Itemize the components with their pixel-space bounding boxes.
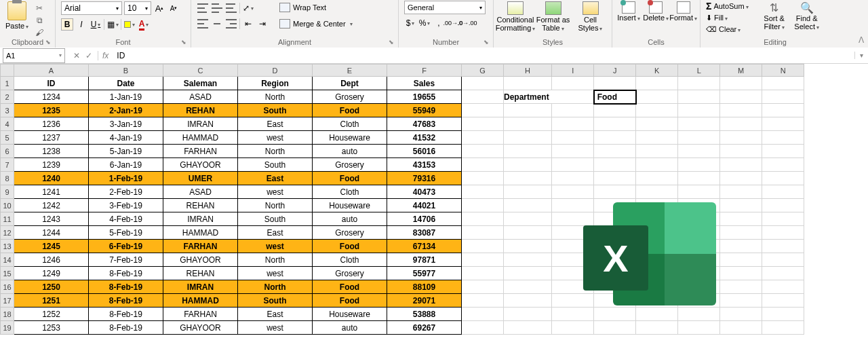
cell-H1[interactable]	[504, 77, 552, 90]
align-left-button[interactable]	[197, 18, 209, 30]
cell-F14[interactable]: 97871	[387, 253, 462, 267]
cell-H12[interactable]	[504, 226, 552, 240]
cell-G10[interactable]	[462, 199, 504, 212]
cell-J5[interactable]	[594, 131, 636, 145]
row-header-7[interactable]: 7	[1, 158, 14, 172]
cell-A17[interactable]: 1251	[14, 294, 89, 308]
column-header-K[interactable]: K	[636, 64, 678, 77]
row-header-13[interactable]: 13	[1, 240, 14, 253]
cell-H13[interactable]	[504, 240, 552, 253]
cell-A3[interactable]: 1235	[14, 104, 89, 117]
cell-F3[interactable]: 55949	[387, 104, 462, 117]
cell-N8[interactable]	[762, 172, 804, 185]
fill-button[interactable]: ⬇Fill	[706, 12, 749, 23]
row-header-14[interactable]: 14	[1, 253, 14, 267]
cell-K3[interactable]	[636, 104, 678, 117]
cell-J1[interactable]	[594, 77, 636, 90]
cell-G16[interactable]	[462, 280, 504, 294]
cell-C5[interactable]: HAMMAD	[163, 131, 238, 145]
cell-H11[interactable]	[504, 212, 552, 226]
format-as-table-button[interactable]: Format as Table	[534, 0, 572, 32]
cell-A14[interactable]: 1246	[14, 253, 89, 267]
cut-button[interactable]: ✂	[33, 3, 46, 14]
cell-B6[interactable]: 5-Jan-19	[89, 145, 163, 158]
cell-L5[interactable]	[678, 131, 720, 145]
cell-F5[interactable]: 41532	[387, 131, 462, 145]
cell-E19[interactable]: auto	[313, 321, 387, 335]
cell-C10[interactable]: REHAN	[163, 199, 238, 212]
formula-expand-button[interactable]: ▾	[854, 52, 868, 59]
cell-G9[interactable]	[462, 185, 504, 199]
paste-button[interactable]: Paste	[3, 1, 31, 30]
cell-M1[interactable]	[720, 77, 762, 90]
cell-K19[interactable]	[636, 321, 678, 335]
cell-C4[interactable]: IMRAN	[163, 117, 238, 131]
cell-H14[interactable]	[504, 253, 552, 267]
cell-I9[interactable]	[552, 185, 594, 199]
cell-L4[interactable]	[678, 117, 720, 131]
row-header-16[interactable]: 16	[1, 280, 14, 294]
row-header-19[interactable]: 19	[1, 321, 14, 335]
cell-B2[interactable]: 1-Jan-19	[89, 90, 163, 104]
cell-M11[interactable]	[720, 212, 762, 226]
cell-D14[interactable]: North	[238, 253, 313, 267]
cell-C1[interactable]: Saleman	[163, 77, 238, 90]
cell-N11[interactable]	[762, 212, 804, 226]
cell-K5[interactable]	[636, 131, 678, 145]
cell-F9[interactable]: 40473	[387, 185, 462, 199]
cell-D4[interactable]: East	[238, 117, 313, 131]
cell-E10[interactable]: Houseware	[313, 199, 387, 212]
cell-C13[interactable]: FARHAN	[163, 240, 238, 253]
font-launcher[interactable]: ⬊	[181, 39, 188, 45]
cell-K9[interactable]	[636, 185, 678, 199]
cell-A11[interactable]: 1243	[14, 212, 89, 226]
row-header-17[interactable]: 17	[1, 294, 14, 308]
collapse-ribbon-button[interactable]: ᐱ	[859, 35, 864, 45]
cell-C9[interactable]: ASAD	[163, 185, 238, 199]
row-header-8[interactable]: 8	[1, 172, 14, 185]
cell-J7[interactable]	[594, 158, 636, 172]
cell-A9[interactable]: 1241	[14, 185, 89, 199]
cell-F19[interactable]: 69267	[387, 321, 462, 335]
cell-I1[interactable]	[552, 77, 594, 90]
cell-B12[interactable]: 5-Feb-19	[89, 226, 163, 240]
cell-L7[interactable]	[678, 158, 720, 172]
cell-N12[interactable]	[762, 226, 804, 240]
decrease-indent-button[interactable]: ⇤	[242, 18, 254, 30]
cell-M17[interactable]	[720, 294, 762, 308]
cell-D19[interactable]: west	[238, 321, 313, 335]
underline-button[interactable]: U	[90, 18, 102, 31]
formula-cancel-button[interactable]: ✕	[73, 51, 80, 60]
column-header-C[interactable]: C	[163, 64, 238, 77]
cell-L2[interactable]	[678, 90, 720, 104]
cell-A12[interactable]: 1244	[14, 226, 89, 240]
cell-H8[interactable]	[504, 172, 552, 185]
row-header-3[interactable]: 3	[1, 104, 14, 117]
cell-A18[interactable]: 1252	[14, 308, 89, 321]
clipboard-launcher[interactable]: ⬊	[45, 39, 52, 45]
format-painter-button[interactable]: 🖌	[33, 27, 46, 38]
cell-D11[interactable]: South	[238, 212, 313, 226]
cell-M6[interactable]	[720, 145, 762, 158]
cell-E16[interactable]: Food	[313, 280, 387, 294]
cell-M19[interactable]	[720, 321, 762, 335]
number-format-select[interactable]: General▾	[404, 1, 486, 14]
cell-A4[interactable]: 1236	[14, 117, 89, 131]
row-header-2[interactable]: 2	[1, 90, 14, 104]
cell-F4[interactable]: 47683	[387, 117, 462, 131]
cell-C19[interactable]: GHAYOOR	[163, 321, 238, 335]
align-right-button[interactable]	[225, 18, 237, 30]
merge-center-button[interactable]: Merge & Center	[277, 16, 355, 31]
cell-H5[interactable]	[504, 131, 552, 145]
cell-N4[interactable]	[762, 117, 804, 131]
cell-G14[interactable]	[462, 253, 504, 267]
decrease-decimal-button[interactable]: .0→.00	[461, 17, 473, 29]
cell-B4[interactable]: 3-Jan-19	[89, 117, 163, 131]
cell-B17[interactable]: 8-Feb-19	[89, 294, 163, 308]
column-header-A[interactable]: A	[14, 64, 89, 77]
cell-A6[interactable]: 1238	[14, 145, 89, 158]
cell-L9[interactable]	[678, 185, 720, 199]
cell-A19[interactable]: 1253	[14, 321, 89, 335]
cell-F1[interactable]: Sales	[387, 77, 462, 90]
cell-L1[interactable]	[678, 77, 720, 90]
